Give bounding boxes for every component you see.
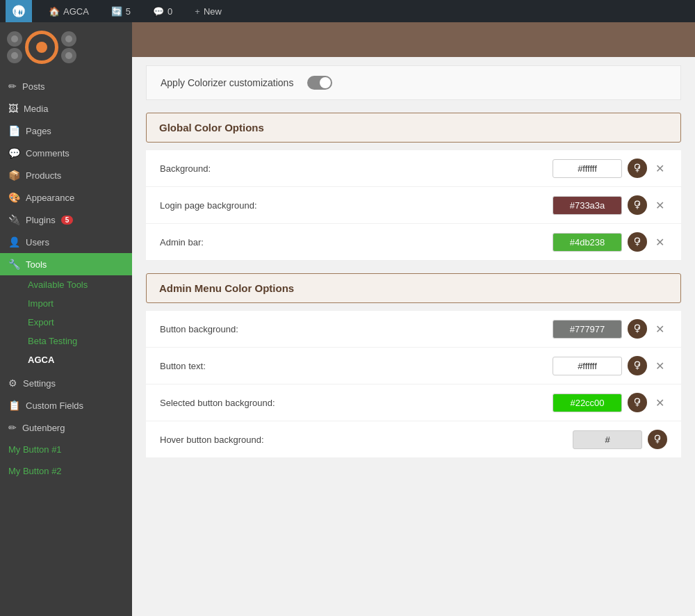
sidebar-label-products: Products [26,170,61,181]
sidebar-item-products[interactable]: 📦 Products [0,164,132,186]
sidebar-item-media[interactable]: 🖼 Media [0,97,132,120]
admin-bar-clear-button[interactable]: ✕ [653,234,667,250]
svg-point-4 [638,203,641,206]
sidebar-label-custom-fields: Custom Fields [26,400,83,411]
background-clear-button[interactable]: ✕ [653,161,667,177]
button-text-input[interactable] [553,357,622,375]
sidebar-item-comments[interactable]: 💬 Comments [0,142,132,164]
svg-point-12 [638,400,641,403]
color-row-button-text: Button text: ✕ [146,348,681,384]
sidebar-label-pages: Pages [26,126,51,136]
sidebar-label-my-button-2: My Button #2 [8,466,62,476]
sidebar-item-my-button-1[interactable]: My Button #1 [0,439,132,460]
products-icon: 📦 [8,170,20,181]
sidebar-item-plugins[interactable]: 🔌 Plugins 5 [0,209,132,231]
submenu-agca[interactable]: AGCA [0,350,132,369]
hover-button-bg-input[interactable] [573,430,642,449]
selected-button-bg-controls: ✕ [553,393,667,412]
color-row-selected-button-bg: Selected button background: ✕ [146,384,681,421]
admin-menu-color-fields: Button background: ✕ Button text: [146,310,681,458]
login-bg-input[interactable] [553,196,622,215]
main-content: Apply Colorizer customizations Global Co… [132,22,695,616]
submenu-import[interactable]: Import [0,294,132,313]
background-label: Background: [160,163,553,174]
plugins-badge: 5 [61,216,74,225]
custom-fields-icon: 📋 [8,400,20,411]
color-row-hover-button-bg: Hover button background: [146,421,681,458]
login-bg-clear-button[interactable]: ✕ [653,197,667,213]
wp-logo-button[interactable] [6,0,32,22]
submenu-available-tools[interactable]: Available Tools [0,275,132,294]
sidebar-item-my-button-2[interactable]: My Button #2 [0,460,132,482]
settings-icon: ⚙ [8,378,17,389]
admin-bar-input[interactable] [553,233,622,252]
admin-bar-controls: ✕ [553,232,667,252]
svg-point-10 [638,364,641,366]
background-controls: ✕ [553,159,667,178]
button-text-label: Button text: [160,361,553,371]
sidebar-item-gutenberg[interactable]: ✏ Gutenberg [0,416,132,439]
background-pick-button[interactable] [628,159,647,178]
admin-bar: 🏠 AGCA 🔄 5 💬 0 + New [0,0,695,22]
new-label: New [204,6,222,17]
users-icon: 👤 [8,236,20,248]
button-text-controls: ✕ [553,356,667,375]
sidebar-item-tools[interactable]: 🔧 Tools [0,253,132,275]
appearance-icon: 🎨 [8,192,20,203]
button-bg-pick-button[interactable] [628,319,647,339]
sidebar-item-pages[interactable]: 📄 Pages [0,120,132,142]
sidebar-item-users[interactable]: 👤 Users [0,231,132,253]
sidebar-label-my-button-1: My Button #1 [8,444,62,455]
background-input[interactable] [553,159,622,178]
sidebar-item-custom-fields[interactable]: 📋 Custom Fields [0,394,132,416]
submenu-export[interactable]: Export [0,313,132,332]
svg-point-8 [638,327,641,330]
admin-bar-label: Admin bar: [160,237,553,248]
apply-colorizer-label: Apply Colorizer customizations [161,77,293,88]
sidebar-label-posts: Posts [22,81,45,92]
new-button[interactable]: + New [189,0,227,22]
sidebar-label-comments: Comments [26,148,70,159]
button-bg-input[interactable] [553,320,622,339]
media-icon: 🖼 [8,103,18,114]
sidebar-item-settings[interactable]: ⚙ Settings [0,372,132,394]
sidebar-bottom-menu: ⚙ Settings 📋 Custom Fields ✏ Gutenberg M… [0,369,132,482]
sidebar-menu: ✏ Posts 🖼 Media 📄 Pages 💬 Comments 📦 Pro… [0,72,132,275]
layout: ✏ Posts 🖼 Media 📄 Pages 💬 Comments 📦 Pro… [0,22,695,616]
updates-count: 5 [126,6,131,17]
gutenberg-icon: ✏ [8,422,17,433]
button-text-pick-button[interactable] [628,356,647,375]
button-text-clear-button[interactable]: ✕ [653,358,667,374]
page-title [146,32,149,46]
color-row-admin-bar: Admin bar: ✕ [146,224,681,261]
hover-button-bg-pick-button[interactable] [648,430,667,449]
hover-button-bg-controls [573,430,667,449]
updates-button[interactable]: 🔄 5 [106,0,136,22]
button-bg-label: Button background: [160,324,553,334]
button-bg-clear-button[interactable]: ✕ [653,321,667,337]
site-name-button[interactable]: 🏠 AGCA [43,0,95,22]
login-bg-pick-button[interactable] [628,195,647,215]
sidebar-item-posts[interactable]: ✏ Posts [0,75,132,97]
color-row-button-bg: Button background: ✕ [146,310,681,348]
sidebar-label-settings: Settings [23,378,56,389]
comments-icon: 💬 [8,147,20,159]
svg-point-2 [638,166,641,169]
apply-colorizer-toggle[interactable] [307,76,332,90]
comments-button[interactable]: 💬 0 [147,0,178,22]
selected-button-bg-clear-button[interactable]: ✕ [653,395,667,411]
selected-button-bg-pick-button[interactable] [628,393,647,412]
sidebar-logo [0,22,132,72]
selected-button-bg-input[interactable] [553,394,622,412]
admin-bar-pick-button[interactable] [628,232,647,252]
submenu-beta-testing[interactable]: Beta Testing [0,332,132,350]
sidebar-label-appearance: Appearance [26,193,74,203]
color-row-background: Background: ✕ [146,149,681,187]
plugins-icon: 🔌 [8,214,20,225]
hover-button-bg-label: Hover button background: [160,435,573,445]
sidebar-item-appearance[interactable]: 🎨 Appearance [0,186,132,209]
apply-colorizer-row: Apply Colorizer customizations [146,65,681,100]
page-header [132,22,695,57]
login-bg-label: Login page background: [160,200,553,211]
admin-menu-color-options-header: Admin Menu Color Options [146,273,681,303]
